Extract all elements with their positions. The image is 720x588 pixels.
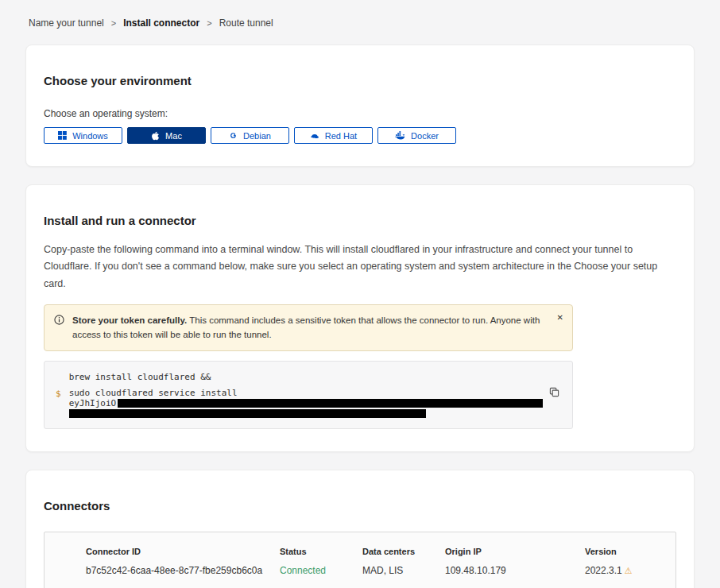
- version-warning-icon: ⚠: [625, 566, 633, 575]
- os-button-label: Debian: [243, 131, 271, 141]
- connectors-card-title: Connectors: [44, 499, 676, 513]
- token-redaction-bar: [69, 409, 426, 418]
- os-button-redhat[interactable]: Red Hat: [294, 127, 373, 144]
- info-icon: [54, 313, 64, 342]
- token-prefix: eyJhIjoiO: [69, 398, 117, 408]
- install-command-text: brew install cloudflared && sudo cloudfl…: [69, 372, 544, 418]
- os-button-label: Red Hat: [325, 131, 357, 141]
- warning-close-button[interactable]: ✕: [555, 312, 565, 323]
- os-button-label: Docker: [411, 131, 439, 141]
- install-description: Copy-paste the following command into a …: [44, 242, 676, 292]
- token-line: eyJhIjoiO: [69, 398, 544, 408]
- command-line-2: sudo cloudflared service install: [69, 388, 544, 398]
- apple-icon: [151, 131, 160, 141]
- os-select-label: Choose an operating system:: [44, 108, 676, 119]
- docker-icon: [395, 131, 405, 140]
- os-button-docker[interactable]: Docker: [377, 127, 456, 144]
- breadcrumb: Name your tunnel > Install connector > R…: [25, 17, 695, 29]
- connectors-table: Connector ID Status Data centers Origin …: [44, 532, 676, 588]
- connector-origin-ip-value: 109.48.10.179: [445, 565, 585, 576]
- breadcrumb-step-install-connector: Install connector: [123, 17, 199, 29]
- column-header-version: Version: [585, 547, 668, 556]
- copy-icon: [549, 388, 559, 400]
- environment-card: Choose your environment Choose an operat…: [25, 44, 695, 167]
- connectors-card: Connectors Connector ID Status Data cent…: [25, 470, 695, 588]
- terminal-prompt: $: [56, 372, 61, 418]
- connectors-table-grid: Connector ID Status Data centers Origin …: [86, 547, 668, 576]
- redhat-icon: [310, 131, 319, 141]
- os-button-debian[interactable]: Debian: [211, 127, 289, 144]
- install-command-block: $ brew install cloudflared && sudo cloud…: [44, 361, 573, 429]
- windows-icon: [58, 131, 67, 140]
- token-line: [69, 408, 544, 418]
- environment-card-title: Choose your environment: [44, 74, 676, 87]
- os-button-group: Windows Mac Debian Red Hat: [44, 127, 676, 144]
- os-button-windows[interactable]: Windows: [44, 127, 122, 144]
- connector-data-centers-value: MAD, LIS: [362, 565, 445, 576]
- tunnel-setup-page: Name your tunnel > Install connector > R…: [0, 0, 720, 588]
- column-header-connector-id: Connector ID: [86, 547, 280, 556]
- column-header-origin-ip: Origin IP: [445, 547, 585, 556]
- breadcrumb-step-name-your-tunnel[interactable]: Name your tunnel: [29, 17, 104, 29]
- column-header-status: Status: [280, 547, 362, 556]
- os-button-label: Windows: [72, 131, 108, 141]
- debian-icon: [229, 131, 238, 140]
- command-line-1: brew install cloudflared &&: [69, 372, 544, 382]
- breadcrumb-separator: >: [207, 18, 211, 28]
- os-button-mac[interactable]: Mac: [127, 127, 206, 144]
- token-redaction-bar: [118, 399, 543, 408]
- breadcrumb-separator: >: [111, 18, 116, 28]
- connector-id-value: b7c52c42-6caa-48ee-8c77-fbe259cb6c0a: [86, 565, 280, 576]
- token-warning-banner: Store your token carefully. This command…: [44, 304, 573, 351]
- connector-version-value: 2022.3.1⚠: [585, 565, 668, 576]
- copy-command-button[interactable]: [548, 385, 561, 401]
- column-header-data-centers: Data centers: [362, 547, 445, 556]
- install-card: Install and run a connector Copy-paste t…: [25, 184, 695, 452]
- breadcrumb-step-route-tunnel: Route tunnel: [219, 17, 273, 29]
- install-card-title: Install and run a connector: [44, 214, 676, 227]
- os-button-label: Mac: [165, 131, 182, 141]
- token-warning-text: Store your token carefully. This command…: [72, 313, 545, 342]
- connector-status-value: Connected: [280, 565, 362, 576]
- token-warning-bold: Store your token carefully.: [72, 315, 187, 325]
